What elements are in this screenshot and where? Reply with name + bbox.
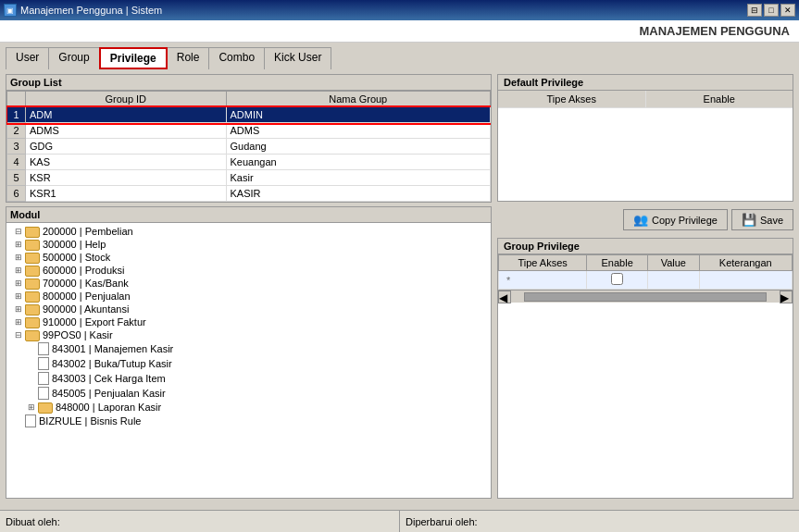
tab-group[interactable]: Group [48,47,99,69]
row-group-name: ADMS [226,123,490,139]
list-item[interactable]: 843002 | Buka/Tutup Kasir [8,356,489,371]
row-group-id: ADM [26,107,227,123]
row-num: 1 [7,107,26,123]
expand-icon[interactable]: ⊟ [12,227,25,236]
restore-button[interactable]: ⊟ [747,4,762,17]
scroll-left-btn[interactable]: ◀ [498,291,511,303]
list-item[interactable]: ⊞910000 | Export Faktur [8,315,489,328]
left-panel: Group List Group ID Nama Group 1 [6,74,492,499]
main-content: Group List Group ID Nama Group 1 [0,68,799,504]
horizontal-scrollbar[interactable]: ◀ ▶ [498,290,793,303]
priv-keterangan-cell [699,271,792,290]
folder-icon [25,266,40,277]
table-row[interactable]: 3 GDG Gudang [7,139,491,155]
priv-enable-checkbox[interactable] [611,273,623,285]
file-icon [38,342,49,355]
table-row[interactable]: 5 KSR Kasir [7,170,491,186]
modul-list[interactable]: ⊟200000 | Pembelian⊞300000 | Help⊞500000… [6,223,491,498]
expand-icon[interactable]: ⊞ [12,317,25,327]
row-group-name: KASIR [226,186,490,202]
group-list-table: Group ID Nama Group 1 ADM ADMIN 2 ADMS A… [6,91,491,202]
folder-icon [25,317,40,328]
row-group-id: ADMS [26,123,227,139]
folder-icon [25,330,40,341]
tab-user[interactable]: User [6,47,49,69]
list-item[interactable]: 845005 | Penjualan Kasir [8,386,489,401]
default-privilege-header: Tipe Akses Enable [498,91,793,108]
modul-item-label: 843002 | Buka/Tutup Kasir [52,358,172,369]
priv-enable-cell[interactable] [587,271,648,290]
expand-icon[interactable]: ⊞ [12,278,25,288]
scroll-thumb[interactable] [524,292,767,302]
modul-title: Modul [6,207,491,223]
close-button[interactable]: ✕ [780,4,795,17]
table-row[interactable]: 2 ADMS ADMS [7,123,491,139]
list-item[interactable]: BIZRULE | Bisnis Rule [8,414,489,428]
expand-icon[interactable]: ⊞ [12,240,25,249]
page-heading: MANAJEMEN PENGGUNA [0,20,799,43]
col-nama-group: Nama Group [226,92,490,107]
priv-value-cell [648,271,699,290]
status-updated: Diperbarui oleh: [400,511,799,532]
modul-item-label: 300000 | Help [43,239,106,250]
copy-icon: 👥 [633,213,648,227]
priv-col-tipe: Tipe Akses [499,255,587,271]
expand-icon[interactable]: ⊞ [12,304,25,314]
modul-item-label: 99POS0 | Kasir [43,329,113,340]
list-item[interactable]: ⊞900000 | Akuntansi [8,303,489,315]
list-item[interactable]: ⊞500000 | Stock [8,251,489,264]
tab-kickuser[interactable]: Kick User [264,47,331,69]
expand-icon[interactable]: ⊞ [12,253,25,262]
list-item[interactable]: 843001 | Manajemen Kasir [8,341,489,356]
file-icon [38,387,49,400]
col-enable-default: Enable [646,91,793,107]
expand-icon[interactable]: ⊞ [25,402,38,412]
list-item[interactable]: ⊞300000 | Help [8,238,489,251]
row-num: 2 [7,123,26,139]
default-privilege-body [498,108,793,201]
row-group-id: KSR1 [26,186,227,202]
tab-combo[interactable]: Combo [208,47,265,69]
group-privilege-box: Group Privilege Tipe Akses Enable Value … [497,238,793,499]
row-group-id: KSR [26,170,227,186]
tab-bar: User Group Privilege Role Combo Kick Use… [0,43,799,68]
col-num [7,92,26,107]
list-item[interactable]: ⊞700000 | Kas/Bank [8,277,489,290]
row-num: 5 [7,170,26,186]
col-tipe-akses-default: Tipe Akses [498,91,646,107]
priv-col-keterangan: Keterangan [699,255,792,271]
list-item[interactable]: ⊟99POS0 | Kasir [8,328,489,341]
expand-icon[interactable]: ⊞ [12,266,25,275]
scroll-right-btn[interactable]: ▶ [780,291,793,303]
save-button[interactable]: 💾 Save [731,209,793,230]
row-group-id: KAS [26,155,227,170]
list-item[interactable]: ⊞848000 | Laporan Kasir [8,401,489,414]
tab-role[interactable]: Role [167,47,210,69]
modul-item-label: 200000 | Pembelian [43,226,133,237]
list-item[interactable]: 843003 | Cek Harga Item [8,371,489,386]
title-bar: ▣ Manajemen Pengguna | Sistem ⊟ □ ✕ [0,0,799,20]
group-privilege-title: Group Privilege [498,239,793,254]
group-privilege-table: Tipe Akses Enable Value Keterangan * [498,254,793,290]
table-row[interactable]: 6 KSR1 KASIR [7,186,491,202]
file-icon [38,372,49,385]
tab-privilege[interactable]: Privilege [99,47,168,69]
list-item[interactable]: ⊞600000 | Produksi [8,264,489,277]
maximize-button[interactable]: □ [764,4,779,17]
folder-icon [25,253,40,264]
copy-privilege-button[interactable]: 👥 Copy Privilege [623,209,728,230]
window-controls[interactable]: ⊟ □ ✕ [747,4,795,17]
list-item[interactable]: ⊟200000 | Pembelian [8,225,489,238]
expand-icon[interactable]: ⊞ [12,291,25,301]
list-item[interactable]: ⊞800000 | Penjualan [8,290,489,303]
modul-box: Modul ⊟200000 | Pembelian⊞300000 | Help⊞… [6,206,492,499]
table-row[interactable]: 4 KAS Keuangan [7,155,491,170]
modul-item-label: 848000 | Laporan Kasir [56,402,161,413]
modul-item-label: 800000 | Penjualan [43,291,131,302]
save-icon: 💾 [742,213,756,227]
table-row[interactable]: 1 ADM ADMIN [7,107,491,123]
expand-icon[interactable]: ⊟ [12,330,25,340]
priv-row-star: * [499,271,793,290]
modul-item-label: 700000 | Kas/Bank [43,278,129,289]
default-privilege-box: Default Privilege Tipe Akses Enable [497,74,793,202]
